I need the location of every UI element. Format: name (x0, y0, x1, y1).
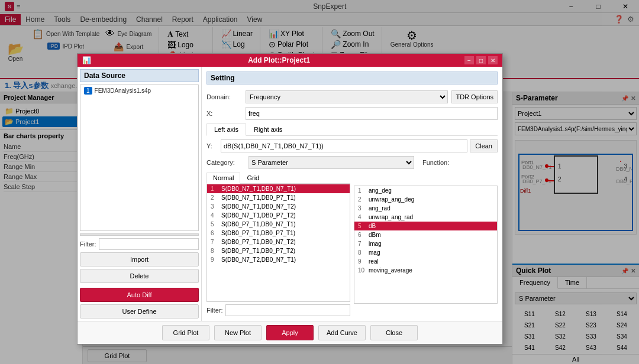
s-param-list[interactable]: 1 S(DB0_N7_T1,DB0_N7_T1) 2 S(DB0_N7_T1,D… (206, 184, 350, 302)
modal-maximize-btn[interactable]: □ (476, 56, 486, 64)
import-button[interactable]: Import (80, 252, 199, 266)
domain-row: Domain: Frequency TDR Options (206, 90, 498, 103)
right-axis-tab[interactable]: Right axis (246, 124, 290, 135)
modal-body: Data Source 1 FEM3DAnalysis1.s4p Filter:… (78, 67, 502, 321)
new-plot-button[interactable]: New Plot (214, 325, 262, 340)
y-row: Y: Clean (206, 139, 498, 152)
category-select[interactable]: S Parameter (248, 156, 414, 169)
list-item-8[interactable]: 8 S(DB0_P7_T1,DB0_P7_T2) (207, 246, 350, 255)
settings-panel: Setting Domain: Frequency TDR Options X:… (202, 67, 502, 321)
category-row: Category: S Parameter Function: (206, 156, 498, 169)
left-axis-tab[interactable]: Left axis (206, 124, 246, 136)
normal-tab[interactable]: Normal (206, 173, 240, 184)
func-item-7[interactable]: 7 imag (354, 239, 497, 248)
left-filter-row: Filter: (206, 304, 350, 316)
list-item-6[interactable]: 6 S(DB0_P7_T1,DB0_P7_T1) (207, 229, 350, 238)
modal-title-icon: 📊 (82, 56, 91, 64)
ds-filter-row: Filter: (80, 238, 199, 250)
close-dialog-button[interactable]: Close (370, 325, 418, 340)
user-define-button[interactable]: User Define (80, 304, 199, 318)
func-item-1[interactable]: 1 ang_deg (354, 186, 497, 195)
x-row: X: (206, 107, 498, 120)
ds-list: 1 FEM3DAnalysis1.s4p (80, 84, 199, 231)
func-item-6[interactable]: 6 dBm (354, 230, 497, 239)
auto-diff-button[interactable]: Auto Diff (80, 288, 199, 302)
modal-titlebar: 📊 Add Plot::Project1 − □ ✕ (78, 54, 502, 67)
func-item-2[interactable]: 2 unwrap_ang_deg (354, 195, 497, 204)
modal-footer: Grid Plot New Plot Apply Add Curve Close (78, 321, 502, 344)
list-item-1[interactable]: 1 S(DB0_N7_T1,DB0_N7_T1) (207, 184, 350, 193)
list-item-2[interactable]: 2 S(DB0_N7_T1,DB0_P7_T1) (207, 193, 350, 202)
function-list-col: 1 ang_deg 2 unwrap_ang_deg 3 ang_rad 4 (354, 173, 498, 316)
x-input[interactable] (246, 107, 498, 120)
modal-close-btn[interactable]: ✕ (488, 56, 498, 64)
data-source-panel: Data Source 1 FEM3DAnalysis1.s4p Filter:… (78, 67, 202, 321)
list-header-left: Normal Grid (206, 173, 350, 184)
ds-filter-input[interactable] (99, 238, 199, 250)
lists-area: Normal Grid 1 S(DB0_N7_T1,DB0_N7_T1) 2 S… (206, 173, 498, 316)
func-item-9[interactable]: 9 real (354, 257, 497, 266)
s-param-filter-input[interactable] (225, 304, 351, 316)
list-item-9[interactable]: 9 S(DB0_N7_T2,DB0_N7_T1) (207, 255, 350, 264)
grid-tab[interactable]: Grid (240, 173, 266, 183)
func-item-8[interactable]: 8 mag (354, 248, 497, 257)
func-item-10[interactable]: 10 moving_average (354, 266, 497, 275)
func-item-4[interactable]: 4 unwrap_ang_rad (354, 213, 497, 222)
ds-item-1[interactable]: 1 FEM3DAnalysis1.s4p (80, 85, 198, 96)
y-input[interactable] (221, 139, 467, 152)
grid-plot-footer-btn[interactable]: Grid Plot (162, 325, 209, 340)
clean-button[interactable]: Clean (470, 139, 498, 152)
func-item-3[interactable]: 3 ang_rad (354, 204, 497, 213)
function-list[interactable]: 1 ang_deg 2 unwrap_ang_deg 3 ang_rad 4 (354, 186, 498, 304)
axis-tabs: Left axis Right axis (206, 124, 498, 136)
add-curve-button[interactable]: Add Curve (318, 325, 366, 340)
list-item-7[interactable]: 7 S(DB0_P7_T1,DB0_N7_T2) (207, 238, 350, 246)
add-plot-dialog: 📊 Add Plot::Project1 − □ ✕ Data Source 1… (77, 53, 503, 344)
list-item-5[interactable]: 5 S(DB0_P7_T1,DB0_N7_T1) (207, 220, 350, 229)
apply-button[interactable]: Apply (266, 325, 314, 340)
list-item-3[interactable]: 3 S(DB0_N7_T1,DB0_N7_T2) (207, 202, 350, 211)
modal-minimize-btn[interactable]: − (464, 56, 474, 64)
delete-button[interactable]: Delete (80, 269, 199, 283)
domain-select[interactable]: Frequency (246, 90, 448, 103)
list-item-4[interactable]: 4 S(DB0_N7_T1,DB0_P7_T2) (207, 211, 350, 220)
tdr-options-button[interactable]: TDR Options (451, 90, 498, 103)
func-item-5[interactable]: 5 dB (354, 222, 497, 230)
s-param-list-col: Normal Grid 1 S(DB0_N7_T1,DB0_N7_T1) 2 S… (206, 173, 350, 316)
